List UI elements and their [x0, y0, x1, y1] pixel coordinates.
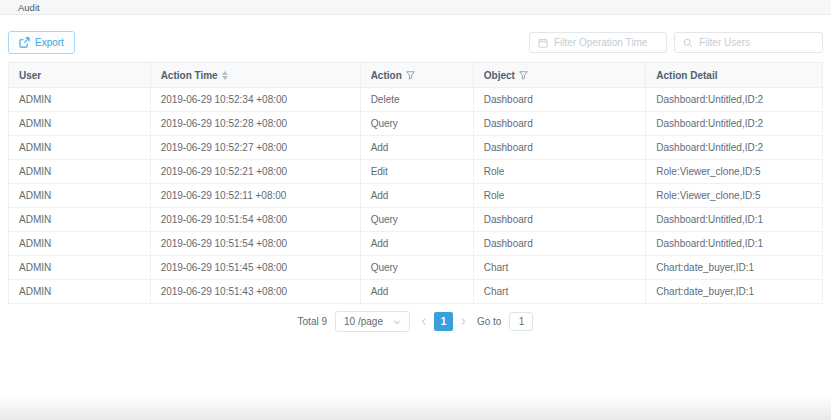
chevron-down-icon [393, 318, 401, 326]
table-row: ADMIN2019-06-29 10:51:43 +08:00AddChartC… [9, 280, 823, 304]
table-cell: Chart [473, 280, 646, 304]
page-header: Audit [0, 0, 831, 15]
column-header: Action Detail [646, 63, 823, 88]
table-header-row: UserAction TimeActionObjectAction Detail [9, 63, 823, 88]
filter-users-input[interactable] [699, 37, 814, 48]
table-cell: Chart:date_buyer,ID:1 [646, 280, 823, 304]
page-title: Audit [18, 2, 40, 13]
export-button[interactable]: Export [8, 31, 75, 54]
column-header: User [9, 63, 151, 88]
table-cell: Role [473, 184, 646, 208]
table-cell: ADMIN [9, 232, 151, 256]
table-cell: Add [360, 136, 473, 160]
table-cell: Dashboard:Untitled,ID:1 [646, 232, 823, 256]
filter-operation-time-field[interactable] [529, 32, 667, 53]
column-header[interactable]: Action Time [150, 63, 360, 88]
table-cell: Chart [473, 256, 646, 280]
table-cell: ADMIN [9, 256, 151, 280]
filter-users-field[interactable] [674, 32, 823, 53]
table-cell: Add [360, 184, 473, 208]
column-header-label: User [19, 70, 41, 81]
chevron-right-icon [459, 317, 467, 326]
content: Export [0, 31, 831, 332]
chevron-left-icon [420, 317, 428, 326]
table-cell: Query [360, 208, 473, 232]
table-cell: Role:Viewer_clone,ID:5 [646, 160, 823, 184]
table-cell: Dashboard:Untitled,ID:2 [646, 136, 823, 160]
toolbar: Export [8, 31, 823, 54]
pager: 1 [418, 312, 469, 331]
table-cell: ADMIN [9, 160, 151, 184]
table-cell: 2019-06-29 10:52:28 +08:00 [150, 112, 360, 136]
table-row: ADMIN2019-06-29 10:51:54 +08:00AddDashbo… [9, 232, 823, 256]
table-cell: 2019-06-29 10:51:54 +08:00 [150, 208, 360, 232]
page-size-select[interactable]: 10 /page [335, 311, 410, 332]
audit-screen: Audit Export [0, 0, 831, 420]
table-cell: ADMIN [9, 136, 151, 160]
table-cell: Dashboard [473, 112, 646, 136]
next-page-button[interactable] [457, 317, 469, 326]
table-cell: 2019-06-29 10:52:27 +08:00 [150, 136, 360, 160]
table-row: ADMIN2019-06-29 10:52:28 +08:00QueryDash… [9, 112, 823, 136]
goto-label: Go to [477, 316, 501, 327]
table-cell: 2019-06-29 10:51:54 +08:00 [150, 232, 360, 256]
table-row: ADMIN2019-06-29 10:52:11 +08:00AddRoleRo… [9, 184, 823, 208]
table-cell: Dashboard:Untitled,ID:2 [646, 112, 823, 136]
goto-page-input[interactable] [509, 312, 533, 331]
table-row: ADMIN2019-06-29 10:52:34 +08:00DeleteDas… [9, 88, 823, 112]
calendar-icon [538, 38, 548, 48]
bottom-fade [0, 396, 831, 420]
table-cell: Query [360, 112, 473, 136]
table-cell: Add [360, 232, 473, 256]
table-cell: Role:Viewer_clone,ID:5 [646, 184, 823, 208]
prev-page-button[interactable] [418, 317, 430, 326]
table-cell: Edit [360, 160, 473, 184]
search-icon [683, 38, 693, 48]
table-cell: ADMIN [9, 208, 151, 232]
table-cell: Role [473, 160, 646, 184]
pagination: Total 9 10 /page 1 [8, 311, 823, 332]
table-cell: 2019-06-29 10:51:43 +08:00 [150, 280, 360, 304]
table-cell: Dashboard:Untitled,ID:2 [646, 88, 823, 112]
column-header[interactable]: Action [360, 63, 473, 88]
pagination-total: Total 9 [298, 316, 327, 327]
table-cell: ADMIN [9, 184, 151, 208]
table-cell: 2019-06-29 10:52:11 +08:00 [150, 184, 360, 208]
page-size-value: 10 /page [344, 316, 383, 327]
column-header[interactable]: Object [473, 63, 646, 88]
table-row: ADMIN2019-06-29 10:51:54 +08:00QueryDash… [9, 208, 823, 232]
column-header-label: Action [371, 70, 402, 81]
table-cell: Query [360, 256, 473, 280]
toolbar-filters [529, 32, 823, 53]
table-row: ADMIN2019-06-29 10:52:21 +08:00EditRoleR… [9, 160, 823, 184]
table-cell: Delete [360, 88, 473, 112]
table-cell: Dashboard [473, 88, 646, 112]
table-cell: ADMIN [9, 88, 151, 112]
export-icon [19, 37, 30, 48]
table-cell: ADMIN [9, 280, 151, 304]
table-row: ADMIN2019-06-29 10:52:27 +08:00AddDashbo… [9, 136, 823, 160]
table-cell: Dashboard [473, 232, 646, 256]
sort-icon[interactable] [222, 71, 228, 80]
page-1-button[interactable]: 1 [434, 312, 453, 331]
table-cell: Dashboard [473, 208, 646, 232]
table-cell: Chart:date_buyer,ID:1 [646, 256, 823, 280]
table-cell: Dashboard:Untitled,ID:1 [646, 208, 823, 232]
table-cell: 2019-06-29 10:52:21 +08:00 [150, 160, 360, 184]
table-cell: 2019-06-29 10:51:45 +08:00 [150, 256, 360, 280]
table-cell: ADMIN [9, 112, 151, 136]
column-header-label: Action Time [161, 70, 218, 81]
table-cell: Dashboard [473, 136, 646, 160]
filter-operation-time-input[interactable] [554, 37, 658, 48]
filter-icon[interactable] [519, 71, 528, 80]
export-button-label: Export [35, 37, 64, 48]
table-row: ADMIN2019-06-29 10:51:45 +08:00QueryChar… [9, 256, 823, 280]
column-header-label: Object [484, 70, 515, 81]
table-cell: Add [360, 280, 473, 304]
audit-table: UserAction TimeActionObjectAction Detail… [8, 62, 823, 304]
column-header-label: Action Detail [656, 70, 717, 81]
table-cell: 2019-06-29 10:52:34 +08:00 [150, 88, 360, 112]
filter-icon[interactable] [406, 71, 415, 80]
